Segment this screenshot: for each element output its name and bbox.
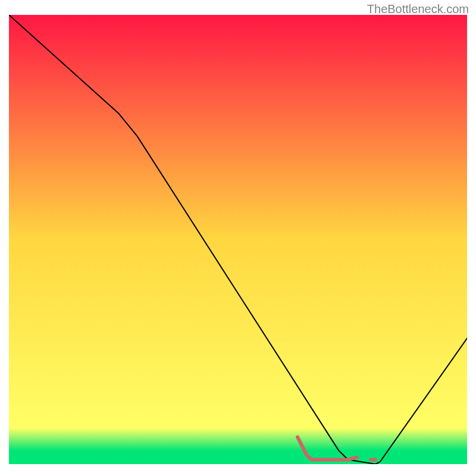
chart-background <box>9 15 467 464</box>
chart-svg <box>9 15 467 464</box>
watermark-text: TheBottleneck.com <box>367 2 469 16</box>
chart-container <box>9 15 467 464</box>
